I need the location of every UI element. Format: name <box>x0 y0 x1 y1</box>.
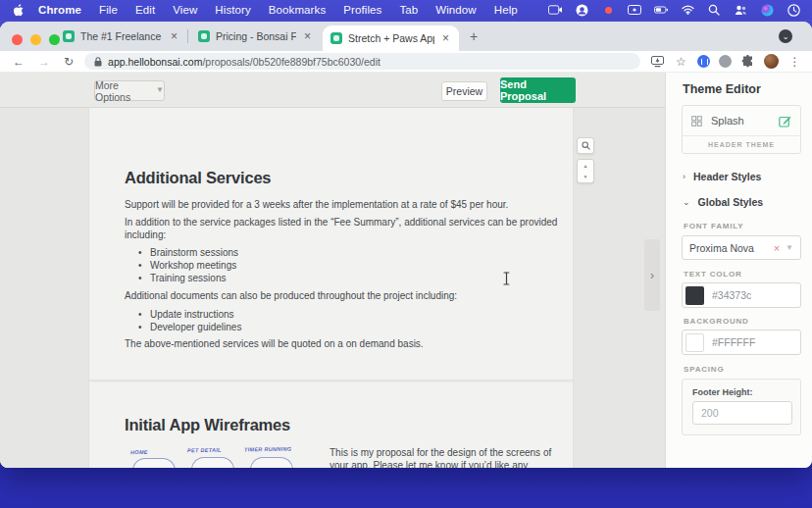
background-color-swatch[interactable] <box>685 333 704 352</box>
record-dot-icon[interactable] <box>601 3 615 17</box>
padlock-icon[interactable] <box>94 57 102 67</box>
forward-button[interactable]: → <box>31 55 57 69</box>
address-bar[interactable]: app.hellobonsai.com/proposals/0b520fe889… <box>84 53 640 70</box>
menu-tab[interactable]: Tab <box>390 4 427 16</box>
tab-freelance-suite[interactable]: The #1 Freelance Product Suit × <box>55 22 187 51</box>
clear-font-icon[interactable]: × <box>774 242 780 254</box>
bookmark-star-icon[interactable]: ☆ <box>674 54 688 69</box>
bullet-list[interactable]: Update instructions Developer guidelines <box>138 308 550 333</box>
window-controls <box>12 34 60 45</box>
paragraph[interactable]: Support will be provided for a 3 weeks a… <box>125 198 568 211</box>
menu-edit[interactable]: Edit <box>127 4 164 16</box>
wireframe-label: TIMER RUNNING <box>244 446 291 453</box>
footer-height-label: Footer Height: <box>692 387 753 397</box>
preview-button[interactable]: Preview <box>441 81 487 101</box>
apple-menu-icon[interactable] <box>14 4 25 17</box>
url-domain: app.hellobonsai.com <box>108 56 202 68</box>
list-item[interactable]: Brainstorm sessions <box>138 246 550 259</box>
zoom-button[interactable] <box>577 137 594 154</box>
menu-history[interactable]: History <box>206 4 259 16</box>
reload-button[interactable]: ↻ <box>57 55 80 69</box>
battery-icon[interactable] <box>654 3 668 17</box>
menubar-status-icons <box>548 3 812 17</box>
list-item[interactable]: Update instructions <box>138 308 550 321</box>
section-title-additional-services[interactable]: Additional Services <box>125 169 271 187</box>
wireframe-sketch[interactable] <box>191 457 234 468</box>
global-styles-accordion[interactable]: ⌄ Global Styles <box>683 196 763 208</box>
macos-menubar: Chrome File Edit View History Bookmarks … <box>0 0 812 20</box>
install-app-icon[interactable] <box>650 54 665 69</box>
bonsai-favicon <box>330 32 342 44</box>
edit-theme-icon[interactable] <box>779 115 791 127</box>
close-icon[interactable]: × <box>440 31 451 45</box>
browser-menu-icon[interactable]: ⋮ <box>787 54 802 69</box>
header-styles-accordion[interactable]: › Header Styles <box>683 171 761 182</box>
list-item[interactable]: Workshop meetings <box>138 259 550 272</box>
proposal-editor: More Options ▼ Preview Send Proposal Add… <box>0 73 665 468</box>
chevron-right-icon: › <box>683 172 685 181</box>
background-color-input[interactable]: #FFFFFF <box>682 330 801 355</box>
tab-search-icon[interactable]: ⌄ <box>779 29 792 43</box>
paragraph[interactable]: The above-mentioned services will be quo… <box>125 337 568 350</box>
screen-record-icon[interactable] <box>548 3 562 17</box>
menu-window[interactable]: Window <box>427 4 485 16</box>
send-proposal-button[interactable]: Send Proposal <box>500 77 576 103</box>
spotlight-icon[interactable] <box>707 3 721 17</box>
wireframe-sketch[interactable] <box>132 458 176 468</box>
siri-icon[interactable] <box>760 3 774 17</box>
bonsai-favicon <box>63 30 75 42</box>
proposal-page: Additional Services Support will be prov… <box>88 108 574 468</box>
wireframe-label: PET DETAIL <box>187 447 222 454</box>
profile-avatar[interactable] <box>764 54 779 69</box>
sidebar-toggle-handle[interactable]: › <box>644 239 660 311</box>
menu-file[interactable]: File <box>90 4 127 16</box>
camera-app-icon[interactable] <box>575 3 588 17</box>
display-icon[interactable] <box>628 3 641 17</box>
tab-stretch-paws-proposal[interactable]: Stretch + Paws App Proposal – × <box>323 25 459 51</box>
clock-icon[interactable] <box>787 3 800 17</box>
new-tab-button[interactable]: + <box>465 27 482 45</box>
text-cursor <box>502 272 511 285</box>
header-theme-caption: HEADER THEME <box>683 135 800 153</box>
wireframe-sketch[interactable] <box>250 457 293 468</box>
minimize-window-button[interactable] <box>30 34 41 45</box>
bullet-list[interactable]: Brainstorm sessions Workshop meetings Tr… <box>138 246 550 284</box>
list-item[interactable]: Developer guidelines <box>138 321 550 333</box>
paragraph[interactable]: This is my proposal for the design of th… <box>330 446 563 468</box>
url-text: app.hellobonsai.com/proposals/0b520fe889… <box>108 56 381 68</box>
extension-icon-gray[interactable] <box>719 55 732 68</box>
menubar-app-name[interactable]: Chrome <box>34 4 90 16</box>
font-family-label: FONT FAMILY <box>684 222 743 230</box>
menu-bookmarks[interactable]: Bookmarks <box>260 4 334 16</box>
wifi-icon[interactable] <box>681 3 694 17</box>
menu-view[interactable]: View <box>164 4 206 16</box>
extensions-puzzle-icon[interactable] <box>740 54 755 69</box>
section-divider <box>89 380 573 382</box>
footer-height-input[interactable] <box>692 401 792 425</box>
user-switch-icon[interactable] <box>734 3 747 17</box>
more-options-button[interactable]: More Options ▼ <box>94 80 165 101</box>
tab-pricing[interactable]: Pricing - Bonsai Freelance Sc × <box>190 22 321 51</box>
text-color-label: TEXT COLOR <box>684 270 742 279</box>
background-label: BACKGROUND <box>684 317 749 326</box>
text-color-input[interactable]: #34373c <box>682 282 801 308</box>
tab-title: Stretch + Paws App Proposal – <box>348 32 434 44</box>
font-family-select[interactable]: Proxima Nova × ▼ <box>682 235 801 260</box>
menu-profiles[interactable]: Profiles <box>334 4 390 16</box>
back-button[interactable]: ← <box>6 55 31 69</box>
extension-icon-blue[interactable] <box>697 55 710 68</box>
paragraph[interactable]: In addition to the service packages list… <box>125 216 568 241</box>
paragraph[interactable]: Additional documents can also be produce… <box>125 289 568 302</box>
section-title-wireframes[interactable]: Initial App Wireframes <box>125 416 290 434</box>
close-icon[interactable]: × <box>302 29 313 43</box>
splash-theme-card[interactable]: Splash HEADER THEME <box>682 105 801 154</box>
scroll-down-button[interactable]: ▼ <box>577 171 594 183</box>
text-color-swatch[interactable] <box>685 286 704 305</box>
chevron-down-icon[interactable]: ▼ <box>786 243 793 252</box>
background-color-value: #FFFFFF <box>712 336 755 348</box>
close-window-button[interactable] <box>12 34 23 45</box>
close-icon[interactable]: × <box>169 29 179 43</box>
menu-help[interactable]: Help <box>485 4 527 16</box>
list-item[interactable]: Training sessions <box>138 272 550 284</box>
more-options-label: More Options <box>95 79 151 103</box>
